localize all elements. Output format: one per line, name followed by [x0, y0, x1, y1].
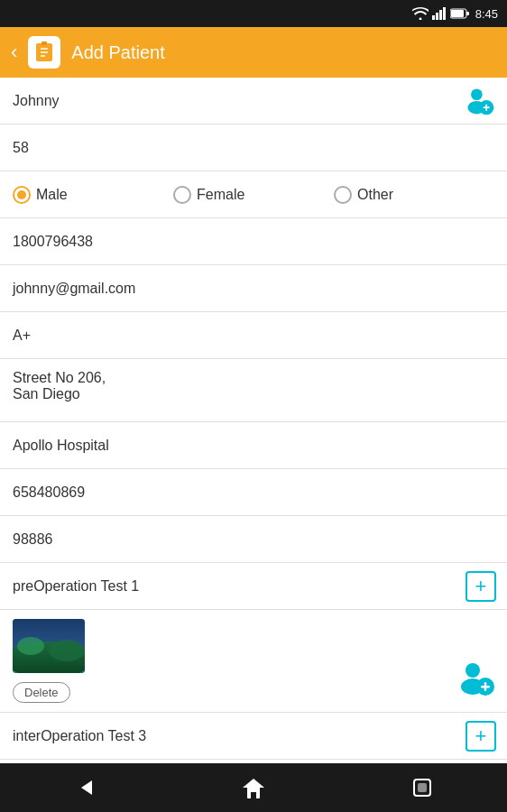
- patient-icon: [33, 42, 55, 63]
- address-field-row: Street No 206, San Diego: [0, 359, 507, 422]
- status-time: 8:45: [475, 7, 498, 21]
- thumbnail-image: [13, 619, 85, 673]
- status-icons: [412, 7, 470, 20]
- nav-home-icon: [241, 775, 266, 800]
- pre-operation-label: preOperation Test 1: [13, 578, 494, 595]
- gender-row: Male Female Other: [0, 171, 507, 218]
- svg-rect-25: [484, 682, 487, 691]
- hospital-field-row: Apollo Hospital: [0, 422, 507, 469]
- hospital-phone-field-row: 658480869: [0, 469, 507, 516]
- gender-other[interactable]: Other: [334, 186, 494, 204]
- email-value: johnny@gmail.com: [13, 281, 494, 297]
- radio-other[interactable]: [334, 186, 352, 204]
- gender-female-label: Female: [197, 187, 244, 203]
- nav-back-icon: [72, 775, 97, 800]
- svg-rect-36: [418, 783, 427, 792]
- hospital-value: Apollo Hospital: [13, 438, 494, 454]
- hospital-phone-value: 658480869: [13, 484, 494, 501]
- signal-icon: [432, 7, 447, 20]
- email-field-row: johnny@gmail.com: [0, 265, 507, 312]
- add-patient-icon-button[interactable]: [464, 85, 496, 117]
- svg-marker-33: [243, 779, 264, 788]
- svg-marker-31: [81, 780, 92, 795]
- name-field-row: [0, 78, 507, 125]
- nav-recent-button[interactable]: [404, 770, 440, 806]
- gender-other-label: Other: [357, 187, 393, 203]
- inter-operation-label: interOperation Test 3: [13, 728, 494, 744]
- svg-rect-2: [439, 10, 442, 20]
- svg-rect-5: [451, 10, 464, 17]
- nav-recent-icon: [410, 775, 435, 800]
- svg-rect-8: [41, 42, 47, 45]
- svg-point-12: [471, 88, 483, 100]
- add-patient-svg: [464, 84, 496, 118]
- svg-point-21: [466, 663, 480, 678]
- name-input[interactable]: [13, 93, 494, 109]
- svg-rect-1: [436, 13, 438, 20]
- gender-male-label: Male: [36, 187, 68, 203]
- gender-female[interactable]: Female: [173, 186, 334, 204]
- pre-operation-row: preOperation Test 1 +: [0, 563, 507, 610]
- pre-operation-plus-icon: +: [475, 575, 487, 598]
- back-button[interactable]: ‹: [11, 41, 17, 64]
- phone-field-row: 1800796438: [0, 218, 507, 265]
- app-header: ‹ Add Patient: [0, 27, 507, 78]
- svg-rect-0: [432, 15, 435, 20]
- operation-thumbnail[interactable]: [13, 619, 85, 673]
- svg-rect-3: [443, 7, 446, 20]
- age-field-row: 58: [0, 125, 507, 171]
- nav-back-button[interactable]: [67, 770, 103, 806]
- app-icon: [28, 36, 60, 69]
- delete-button-row: Delete: [13, 682, 70, 703]
- thumbnail-column: Delete: [13, 619, 85, 703]
- gender-male[interactable]: Male: [13, 186, 173, 204]
- inter-operation-row: interOperation Test 3 +: [0, 713, 507, 760]
- status-bar: 8:45: [0, 0, 507, 27]
- bottom-nav: [0, 763, 507, 812]
- main-content: 58 Male Female Other 1800796438 johnny@g…: [0, 78, 507, 763]
- add-photo-icon-button[interactable]: [455, 658, 496, 703]
- battery-icon: [450, 8, 470, 19]
- svg-rect-34: [251, 792, 256, 798]
- delete-button[interactable]: Delete: [13, 682, 70, 703]
- svg-point-20: [49, 640, 85, 661]
- svg-rect-16: [485, 104, 487, 110]
- zip-field-row: 98886: [0, 516, 507, 563]
- page-title: Add Patient: [71, 42, 164, 63]
- wifi-icon: [412, 7, 429, 20]
- radio-male[interactable]: [13, 186, 31, 204]
- svg-rect-6: [466, 12, 469, 15]
- image-section: Delete: [0, 610, 507, 713]
- inter-operation-plus-icon: +: [475, 724, 487, 748]
- blood-group-value: A+: [13, 328, 494, 344]
- inter-operation-add-button[interactable]: +: [466, 721, 496, 752]
- address-value: Street No 206, San Diego: [13, 370, 494, 402]
- svg-point-19: [17, 637, 44, 655]
- blood-group-field-row: A+: [0, 312, 507, 359]
- zip-value: 98886: [13, 531, 494, 548]
- add-photo-svg: [455, 658, 496, 699]
- age-value: 58: [13, 140, 494, 156]
- phone-value: 1800796438: [13, 234, 494, 250]
- radio-female[interactable]: [173, 186, 191, 204]
- nav-home-button[interactable]: [235, 770, 272, 806]
- pre-operation-add-button[interactable]: +: [466, 571, 496, 602]
